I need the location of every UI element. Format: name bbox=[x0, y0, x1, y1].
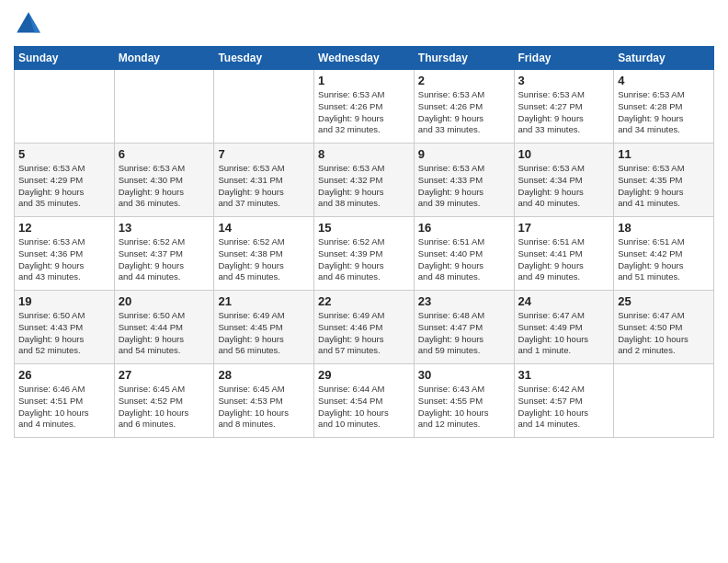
day-number: 8 bbox=[318, 147, 410, 161]
calendar-cell: 5Sunrise: 6:53 AM Sunset: 4:29 PM Daylig… bbox=[15, 144, 115, 217]
calendar-cell: 29Sunrise: 6:44 AM Sunset: 4:54 PM Dayli… bbox=[314, 364, 415, 438]
day-number: 1 bbox=[318, 74, 410, 87]
day-number: 26 bbox=[18, 368, 110, 382]
calendar-cell: 23Sunrise: 6:48 AM Sunset: 4:47 PM Dayli… bbox=[414, 291, 514, 364]
day-info: Sunrise: 6:47 AM Sunset: 4:50 PM Dayligh… bbox=[618, 310, 710, 357]
day-number: 19 bbox=[18, 294, 110, 308]
calendar-cell: 1Sunrise: 6:53 AM Sunset: 4:26 PM Daylig… bbox=[314, 70, 415, 144]
calendar-cell: 24Sunrise: 6:47 AM Sunset: 4:49 PM Dayli… bbox=[514, 291, 614, 364]
calendar-week-2: 5Sunrise: 6:53 AM Sunset: 4:29 PM Daylig… bbox=[15, 144, 714, 217]
calendar-week-1: 1Sunrise: 6:53 AM Sunset: 4:26 PM Daylig… bbox=[15, 70, 714, 144]
day-info: Sunrise: 6:53 AM Sunset: 4:36 PM Dayligh… bbox=[18, 236, 110, 283]
day-number: 17 bbox=[518, 221, 610, 235]
day-info: Sunrise: 6:45 AM Sunset: 4:52 PM Dayligh… bbox=[119, 384, 210, 431]
day-info: Sunrise: 6:53 AM Sunset: 4:27 PM Dayligh… bbox=[518, 89, 610, 136]
day-number: 4 bbox=[618, 74, 710, 87]
day-info: Sunrise: 6:53 AM Sunset: 4:28 PM Dayligh… bbox=[618, 89, 710, 136]
day-number: 21 bbox=[218, 294, 310, 308]
calendar-container: SundayMondayTuesdayWednesdayThursdayFrid… bbox=[0, 0, 728, 563]
logo bbox=[14, 9, 49, 39]
day-info: Sunrise: 6:53 AM Sunset: 4:31 PM Dayligh… bbox=[218, 163, 310, 210]
day-info: Sunrise: 6:53 AM Sunset: 4:35 PM Dayligh… bbox=[618, 163, 710, 210]
day-number: 14 bbox=[218, 221, 310, 235]
calendar-week-3: 12Sunrise: 6:53 AM Sunset: 4:36 PM Dayli… bbox=[15, 217, 714, 291]
day-number: 20 bbox=[119, 294, 210, 308]
day-info: Sunrise: 6:48 AM Sunset: 4:47 PM Dayligh… bbox=[418, 310, 510, 357]
day-number: 18 bbox=[618, 221, 710, 235]
day-info: Sunrise: 6:52 AM Sunset: 4:39 PM Dayligh… bbox=[318, 236, 410, 283]
day-number: 25 bbox=[618, 294, 710, 308]
calendar-cell: 9Sunrise: 6:53 AM Sunset: 4:33 PM Daylig… bbox=[414, 144, 514, 217]
calendar-cell bbox=[614, 364, 714, 438]
day-info: Sunrise: 6:50 AM Sunset: 4:44 PM Dayligh… bbox=[119, 310, 210, 357]
weekday-header-friday: Friday bbox=[514, 47, 614, 70]
weekday-header-saturday: Saturday bbox=[614, 47, 714, 70]
calendar-cell: 3Sunrise: 6:53 AM Sunset: 4:27 PM Daylig… bbox=[514, 70, 614, 144]
day-number: 3 bbox=[518, 74, 610, 87]
day-info: Sunrise: 6:53 AM Sunset: 4:30 PM Dayligh… bbox=[119, 163, 210, 210]
day-info: Sunrise: 6:53 AM Sunset: 4:34 PM Dayligh… bbox=[518, 163, 610, 210]
day-number: 7 bbox=[218, 147, 310, 161]
calendar-cell: 26Sunrise: 6:46 AM Sunset: 4:51 PM Dayli… bbox=[15, 364, 115, 438]
day-number: 28 bbox=[218, 368, 310, 382]
day-info: Sunrise: 6:51 AM Sunset: 4:41 PM Dayligh… bbox=[518, 236, 610, 283]
day-info: Sunrise: 6:47 AM Sunset: 4:49 PM Dayligh… bbox=[518, 310, 610, 357]
calendar-cell: 11Sunrise: 6:53 AM Sunset: 4:35 PM Dayli… bbox=[614, 144, 714, 217]
day-info: Sunrise: 6:53 AM Sunset: 4:32 PM Dayligh… bbox=[318, 163, 410, 210]
calendar-cell: 15Sunrise: 6:52 AM Sunset: 4:39 PM Dayli… bbox=[314, 217, 415, 291]
day-info: Sunrise: 6:53 AM Sunset: 4:26 PM Dayligh… bbox=[318, 89, 410, 136]
calendar-cell: 7Sunrise: 6:53 AM Sunset: 4:31 PM Daylig… bbox=[214, 144, 314, 217]
calendar-cell: 17Sunrise: 6:51 AM Sunset: 4:41 PM Dayli… bbox=[514, 217, 614, 291]
calendar-cell: 6Sunrise: 6:53 AM Sunset: 4:30 PM Daylig… bbox=[114, 144, 214, 217]
calendar-cell: 14Sunrise: 6:52 AM Sunset: 4:38 PM Dayli… bbox=[214, 217, 314, 291]
calendar-cell bbox=[214, 70, 314, 144]
day-number: 5 bbox=[18, 147, 110, 161]
day-number: 15 bbox=[318, 221, 410, 235]
day-info: Sunrise: 6:49 AM Sunset: 4:45 PM Dayligh… bbox=[218, 310, 310, 357]
day-number: 23 bbox=[418, 294, 510, 308]
calendar-cell: 12Sunrise: 6:53 AM Sunset: 4:36 PM Dayli… bbox=[15, 217, 115, 291]
calendar-cell: 21Sunrise: 6:49 AM Sunset: 4:45 PM Dayli… bbox=[214, 291, 314, 364]
calendar-cell: 22Sunrise: 6:49 AM Sunset: 4:46 PM Dayli… bbox=[314, 291, 415, 364]
day-info: Sunrise: 6:50 AM Sunset: 4:43 PM Dayligh… bbox=[18, 310, 110, 357]
day-info: Sunrise: 6:53 AM Sunset: 4:33 PM Dayligh… bbox=[418, 163, 510, 210]
day-number: 29 bbox=[318, 368, 410, 382]
day-number: 30 bbox=[418, 368, 510, 382]
day-number: 24 bbox=[518, 294, 610, 308]
calendar-cell: 16Sunrise: 6:51 AM Sunset: 4:40 PM Dayli… bbox=[414, 217, 514, 291]
calendar-cell: 27Sunrise: 6:45 AM Sunset: 4:52 PM Dayli… bbox=[114, 364, 214, 438]
day-number: 22 bbox=[318, 294, 410, 308]
calendar-cell: 25Sunrise: 6:47 AM Sunset: 4:50 PM Dayli… bbox=[614, 291, 714, 364]
day-info: Sunrise: 6:51 AM Sunset: 4:40 PM Dayligh… bbox=[418, 236, 510, 283]
calendar-cell: 28Sunrise: 6:45 AM Sunset: 4:53 PM Dayli… bbox=[214, 364, 314, 438]
weekday-header-sunday: Sunday bbox=[15, 47, 115, 70]
calendar-week-4: 19Sunrise: 6:50 AM Sunset: 4:43 PM Dayli… bbox=[15, 291, 714, 364]
calendar-cell: 31Sunrise: 6:42 AM Sunset: 4:57 PM Dayli… bbox=[514, 364, 614, 438]
calendar-table: SundayMondayTuesdayWednesdayThursdayFrid… bbox=[14, 46, 714, 438]
calendar-cell: 30Sunrise: 6:43 AM Sunset: 4:55 PM Dayli… bbox=[414, 364, 514, 438]
calendar-cell: 19Sunrise: 6:50 AM Sunset: 4:43 PM Dayli… bbox=[15, 291, 115, 364]
day-number: 27 bbox=[119, 368, 210, 382]
day-number: 9 bbox=[418, 147, 510, 161]
day-info: Sunrise: 6:53 AM Sunset: 4:29 PM Dayligh… bbox=[18, 163, 110, 210]
page-header bbox=[14, 9, 714, 39]
day-number: 6 bbox=[119, 147, 210, 161]
day-number: 31 bbox=[518, 368, 610, 382]
calendar-cell: 18Sunrise: 6:51 AM Sunset: 4:42 PM Dayli… bbox=[614, 217, 714, 291]
calendar-cell: 20Sunrise: 6:50 AM Sunset: 4:44 PM Dayli… bbox=[114, 291, 214, 364]
day-info: Sunrise: 6:52 AM Sunset: 4:37 PM Dayligh… bbox=[119, 236, 210, 283]
day-number: 2 bbox=[418, 74, 510, 87]
day-info: Sunrise: 6:52 AM Sunset: 4:38 PM Dayligh… bbox=[218, 236, 310, 283]
day-info: Sunrise: 6:42 AM Sunset: 4:57 PM Dayligh… bbox=[518, 384, 610, 431]
calendar-week-5: 26Sunrise: 6:46 AM Sunset: 4:51 PM Dayli… bbox=[15, 364, 714, 438]
calendar-cell bbox=[114, 70, 214, 144]
weekday-header-thursday: Thursday bbox=[414, 47, 514, 70]
day-number: 13 bbox=[119, 221, 210, 235]
logo-icon bbox=[14, 9, 43, 39]
day-info: Sunrise: 6:49 AM Sunset: 4:46 PM Dayligh… bbox=[318, 310, 410, 357]
day-info: Sunrise: 6:51 AM Sunset: 4:42 PM Dayligh… bbox=[618, 236, 710, 283]
day-info: Sunrise: 6:43 AM Sunset: 4:55 PM Dayligh… bbox=[418, 384, 510, 431]
calendar-cell: 2Sunrise: 6:53 AM Sunset: 4:26 PM Daylig… bbox=[414, 70, 514, 144]
day-info: Sunrise: 6:53 AM Sunset: 4:26 PM Dayligh… bbox=[418, 89, 510, 136]
day-info: Sunrise: 6:46 AM Sunset: 4:51 PM Dayligh… bbox=[18, 384, 110, 431]
